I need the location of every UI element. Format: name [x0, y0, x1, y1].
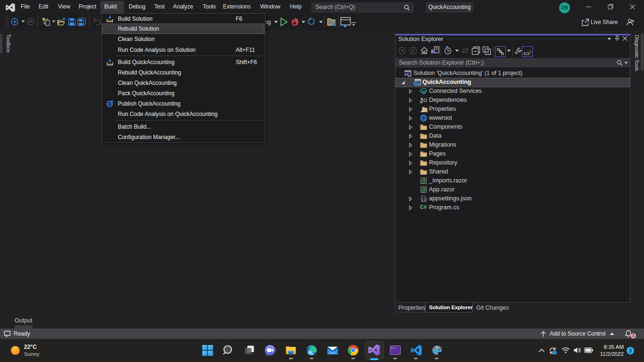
svg-text:{}: {}: [421, 197, 426, 201]
svg-text:C:\.: C:\.: [391, 346, 397, 350]
svg-text:@: @: [421, 187, 426, 192]
svg-text:@: @: [421, 178, 426, 183]
